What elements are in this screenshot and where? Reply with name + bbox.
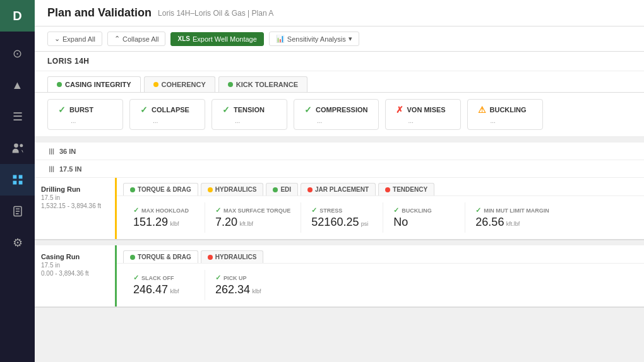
casing-integrity-label: CASING INTEGRITY xyxy=(65,81,131,88)
surface-torque-icon: ✓ xyxy=(215,206,221,214)
pick-up-val: 262.34 xyxy=(215,283,250,296)
coherency-dot xyxy=(153,82,158,87)
drilling-tab-jar-placement[interactable]: JAR PLACEMENT xyxy=(301,183,376,196)
depth-175in: ⫼ 17.5 IN xyxy=(35,160,644,178)
collapse-label: COLLAPSE xyxy=(152,106,189,114)
casing-run-content: Casing Run 17.5 in 0.00 - 3,894.36 ft TO… xyxy=(35,245,644,307)
compression-check-icon: ✓ xyxy=(304,105,312,115)
svg-rect-2 xyxy=(13,175,16,179)
tension-check-icon: ✓ xyxy=(222,105,230,115)
surface-torque-val: 7.20 xyxy=(215,216,237,228)
metric-buckling: ✓ BUCKLING No xyxy=(383,202,465,233)
slack-off-val: 246.47 xyxy=(133,283,168,296)
content-area: LORIS 14H CASING INTEGRITY COHERENCY KIC… xyxy=(35,52,644,362)
casing-run-range: 0.00 - 3,894.36 ft xyxy=(41,270,109,277)
page-header: Plan and Validation Loris 14H–Loris Oil … xyxy=(35,0,644,26)
svg-rect-3 xyxy=(18,175,22,179)
drilling-tab-tendency[interactable]: TENDENCY xyxy=(378,183,434,196)
casing-run-tabs: TORQUE & DRAG HYDRAULICS xyxy=(117,245,644,264)
casing-hydraulics-dot xyxy=(208,255,213,260)
kick-tolerance-dot xyxy=(228,82,233,87)
svg-point-1 xyxy=(20,144,23,147)
sensitivity-label: Sensitivity Analysis xyxy=(287,35,346,43)
well-name: LORIS 14H xyxy=(35,52,644,71)
drilling-tab-hydraulics[interactable]: HYDRAULICS xyxy=(201,183,264,196)
buckling-sub: ... xyxy=(478,117,496,124)
check-burst[interactable]: ✓ BURST ... xyxy=(47,99,123,130)
sidebar-item-analytics[interactable]: ▲ xyxy=(0,69,35,101)
burst-label: BURST xyxy=(69,106,93,114)
drilling-run-name: Drilling Run xyxy=(41,185,109,193)
expand-all-button[interactable]: ⌄ Expand All xyxy=(47,32,102,46)
casing-metrics-row: ✓ SLACK OFF 246.47 klbf ✓ PICK UP xyxy=(117,264,644,307)
collapse-sub: ... xyxy=(140,117,158,124)
hookload-val: 151.29 xyxy=(133,216,168,228)
casing-run-size: 17.5 in xyxy=(41,262,109,269)
pick-up-unit: klbf xyxy=(252,288,261,295)
collapse-label: Collapse All xyxy=(122,35,158,43)
metric-stress: ✓ STRESS 52160.25 psi xyxy=(301,202,383,233)
collapse-all-button[interactable]: ⌃ Collapse All xyxy=(107,32,165,46)
app-logo: D xyxy=(0,0,35,32)
drilling-tab-edi[interactable]: EDI xyxy=(266,183,298,196)
depth-36in-label: 36 IN xyxy=(59,148,76,155)
sidebar-item-tasks[interactable]: ☰ xyxy=(0,101,35,132)
toolbar: ⌄ Expand All ⌃ Collapse All XLS Export W… xyxy=(35,26,644,52)
check-collapse[interactable]: ✓ COLLAPSE ... xyxy=(129,99,205,130)
collapse-check-icon: ✓ xyxy=(140,105,148,115)
sidebar-item-documents[interactable] xyxy=(0,196,35,227)
sidebar-item-users[interactable] xyxy=(0,132,35,164)
sidebar-item-planning[interactable] xyxy=(0,164,35,196)
min-mut-unit: kft.lbf xyxy=(506,221,520,227)
hookload-label: MAX HOOKLOAD xyxy=(141,207,189,214)
casing-run-label: Casing Run 17.5 in 0.00 - 3,894.36 ft xyxy=(35,245,117,307)
casing-integrity-dot xyxy=(57,82,62,87)
stress-val: 52160.25 xyxy=(311,216,359,228)
casing-torque-drag-dot xyxy=(130,255,135,260)
main-content: Plan and Validation Loris 14H–Loris Oil … xyxy=(35,0,644,362)
hookload-unit: klbf xyxy=(170,221,179,227)
pick-up-icon: ✓ xyxy=(215,274,221,282)
min-mut-icon: ✓ xyxy=(475,206,481,214)
drilling-tab-torque-drag[interactable]: TORQUE & DRAG xyxy=(123,183,198,196)
check-von-mises[interactable]: ✗ VON MISES ... xyxy=(385,99,461,130)
tab-casing-integrity[interactable]: CASING INTEGRITY xyxy=(47,76,141,92)
tab-kick-tolerance[interactable]: KICK TOLERANCE xyxy=(218,76,307,92)
jar-placement-dot xyxy=(307,187,313,192)
buckling-check-icon: ⚠ xyxy=(478,105,486,115)
hookload-icon: ✓ xyxy=(133,206,139,214)
tension-sub: ... xyxy=(222,117,240,124)
casing-tab-hydraulics[interactable]: HYDRAULICS xyxy=(201,250,264,263)
casing-tab-torque-drag[interactable]: TORQUE & DRAG xyxy=(123,250,198,263)
depth-36in: ⫼ 36 IN xyxy=(35,143,644,160)
sensitivity-button[interactable]: 📊 Sensitivity Analysis ▾ xyxy=(269,32,359,46)
tendency-label: TENDENCY xyxy=(393,186,427,193)
coherency-label: COHERENCY xyxy=(162,81,206,88)
sidebar-item-settings[interactable]: ⚙ xyxy=(0,227,35,259)
compression-label: COMPRESSION xyxy=(316,106,368,114)
min-mut-val: 26.56 xyxy=(475,216,504,228)
sidebar: D ⊙ ▲ ☰ ⚙ xyxy=(0,0,35,362)
metric-max-surface-torque: ✓ MAX SURFACE TORQUE 7.20 kft.lbf xyxy=(205,202,301,233)
check-tension[interactable]: ✓ TENSION ... xyxy=(212,99,287,130)
sidebar-item-dashboard[interactable]: ⊙ xyxy=(0,38,35,69)
drilling-run-label: Drilling Run 17.5 in 1,532.15 - 3,894.36… xyxy=(35,178,117,239)
casing-run-tabs-area: TORQUE & DRAG HYDRAULICS ✓ SLACK OFF xyxy=(117,245,644,307)
von-mises-label: VON MISES xyxy=(407,106,446,114)
drilling-run-tabs-area: TORQUE & DRAG HYDRAULICS EDI JAR PL xyxy=(117,178,644,239)
separator-2 xyxy=(35,240,644,245)
page-subtitle: Loris 14H–Loris Oil & Gas | Plan A xyxy=(158,9,273,18)
buckling-metric-icon: ✓ xyxy=(393,206,399,214)
tendency-dot xyxy=(385,187,390,192)
drilling-run-size: 17.5 in xyxy=(41,194,109,201)
collapse-icon: ⌃ xyxy=(114,35,120,43)
metric-pick-up: ✓ PICK UP 262.34 klbf xyxy=(205,270,287,300)
slack-off-unit: klbf xyxy=(170,288,179,295)
check-buckling[interactable]: ⚠ BUCKLING ... xyxy=(467,99,543,130)
tab-coherency[interactable]: COHERENCY xyxy=(144,76,215,92)
casing-run-section: Casing Run 17.5 in 0.00 - 3,894.36 ft TO… xyxy=(35,245,644,308)
export-button[interactable]: XLS Export Well Montage xyxy=(170,32,263,46)
check-compression[interactable]: ✓ COMPRESSION ... xyxy=(294,99,379,130)
depth-175in-label: 17.5 IN xyxy=(59,165,81,173)
min-mut-label: MIN MUT LIMIT MARGIN xyxy=(484,207,549,214)
